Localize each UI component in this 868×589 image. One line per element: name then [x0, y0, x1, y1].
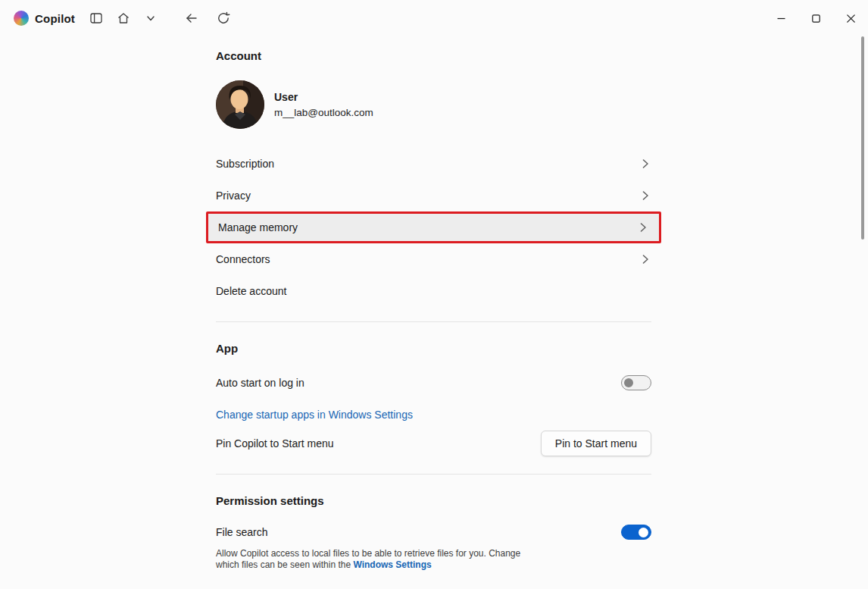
account-heading: Account [216, 49, 651, 62]
app-heading: App [216, 342, 651, 355]
permission-settings-heading: Permission settings [216, 494, 651, 507]
app-title: Copilot [35, 12, 75, 25]
home-icon[interactable] [113, 8, 134, 29]
user-email: m__lab@outlook.com [274, 107, 373, 118]
titlebar-nav-buttons [181, 8, 234, 29]
chevron-right-icon [639, 158, 651, 170]
auto-start-toggle[interactable] [621, 375, 651, 390]
chevron-right-icon [637, 221, 649, 233]
toggle-knob [639, 528, 648, 537]
pin-row: Pin Copilot to Start menu Pin to Start m… [216, 428, 651, 459]
chevron-right-icon [639, 253, 651, 265]
titlebar-left-buttons [86, 8, 161, 29]
maximize-icon[interactable] [798, 0, 833, 36]
new-window-icon[interactable] [86, 8, 107, 29]
account-item-delete-account[interactable]: Delete account [216, 275, 651, 307]
chevron-down-icon[interactable] [140, 8, 161, 29]
account-list: Subscription Privacy Manage memory Conne… [216, 148, 651, 307]
file-search-label: File search [216, 526, 267, 538]
titlebar: Copilot [0, 0, 868, 36]
refresh-icon[interactable] [213, 8, 234, 29]
row-label: Manage memory [218, 221, 298, 233]
back-icon[interactable] [181, 8, 202, 29]
file-search-row: File search [216, 516, 651, 548]
row-label: Connectors [216, 253, 270, 265]
divider [216, 321, 651, 322]
account-item-manage-memory[interactable]: Manage memory [206, 211, 661, 243]
toggle-knob [624, 378, 633, 387]
scrollbar[interactable] [861, 36, 864, 240]
profile-text: User m__lab@outlook.com [274, 91, 373, 118]
settings-content: Account User m__lab@outlook.com [216, 36, 651, 571]
close-icon[interactable] [833, 0, 868, 36]
copilot-logo-icon [14, 11, 29, 26]
auto-start-row: Auto start on log in [216, 367, 651, 399]
row-label: Privacy [216, 190, 251, 202]
account-item-connectors[interactable]: Connectors [216, 243, 651, 275]
account-item-privacy[interactable]: Privacy [216, 180, 651, 211]
row-label: Subscription [216, 158, 274, 170]
chevron-right-icon [639, 190, 651, 202]
startup-settings-link[interactable]: Change startup apps in Windows Settings [216, 409, 413, 421]
account-item-subscription[interactable]: Subscription [216, 148, 651, 180]
file-search-description: Allow Copilot access to local files to b… [216, 548, 529, 571]
auto-start-label: Auto start on log in [216, 377, 304, 389]
minimize-icon[interactable] [763, 0, 798, 36]
windows-settings-link[interactable]: Windows Settings [353, 559, 431, 570]
profile-block: User m__lab@outlook.com [216, 80, 651, 129]
pin-to-start-button[interactable]: Pin to Start menu [541, 431, 651, 456]
divider [216, 474, 651, 475]
file-search-toggle[interactable] [621, 525, 651, 540]
row-label: Delete account [216, 285, 286, 297]
user-name: User [274, 91, 373, 103]
avatar [216, 80, 264, 129]
startup-link-row: Change startup apps in Windows Settings [216, 403, 651, 426]
window-controls [763, 0, 868, 36]
pin-label: Pin Copilot to Start menu [216, 437, 334, 450]
